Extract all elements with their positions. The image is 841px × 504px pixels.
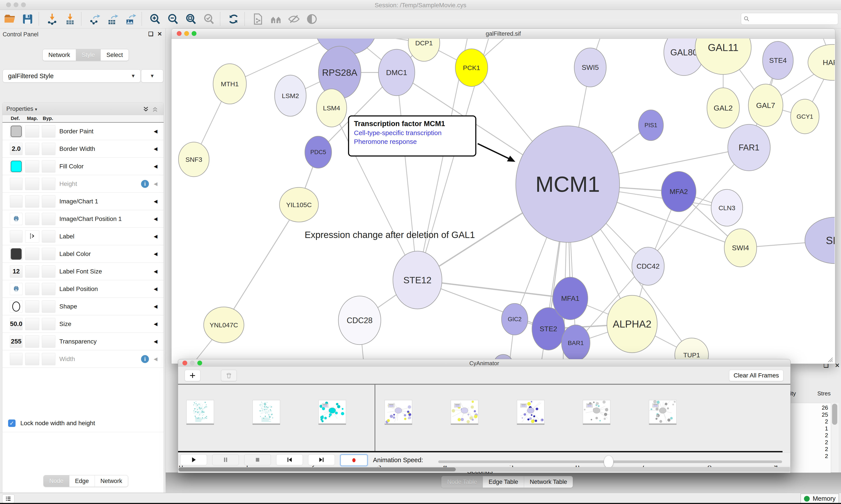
network-node-MFA2[interactable]: MFA2 [661,172,696,212]
property-c2-cell[interactable] [25,283,39,295]
float-panel-icon[interactable]: ❑ [148,31,153,37]
clear-all-frames-button[interactable]: Clear All Frames [729,370,783,381]
zoom-fit-icon[interactable] [185,13,197,25]
network-node-DCP1[interactable]: DCP1 [408,38,440,61]
resize-grip-icon[interactable] [824,354,834,363]
collapse-row-icon[interactable]: ◀ [154,164,158,169]
property-c1-cell[interactable]: 50.0 [10,318,22,330]
table-tab-node-table[interactable]: Node Table [442,476,483,488]
network-node-FAR1[interactable]: FAR1 [728,124,770,171]
timeline-scrollbar[interactable] [179,467,790,472]
annotation-link-2[interactable]: Pheromone response [354,138,475,145]
network-node-PDC5[interactable]: PDC5 [305,136,332,168]
timeline-playhead[interactable] [375,385,375,451]
go-start-button[interactable] [276,454,303,465]
export-network-icon[interactable] [88,13,101,25]
animation-speed-slider-thumb[interactable] [604,455,613,468]
timeline-frame-3[interactable] [384,400,412,424]
property-c3-cell[interactable] [42,125,55,138]
property-row-transparency[interactable]: 255Transparency◀ [2,333,164,350]
property-row-label-position[interactable]: Label Position◀ [2,280,164,298]
timeline-frame-7[interactable] [649,400,677,424]
property-row-fill-color[interactable]: Fill Color◀ [2,158,164,175]
timeline-frame-2[interactable] [319,400,346,424]
canvas-caption-text[interactable]: Expression change after deletion of GAL1 [305,230,475,240]
network-edge[interactable] [224,205,299,325]
task-history-button[interactable] [2,494,15,503]
property-row-border-width[interactable]: 2.0Border Width◀ [2,140,164,158]
style-selector[interactable]: galFiltered Style ▼ [3,69,141,83]
property-row-image-chart-position-1[interactable]: Image/Chart Position 1◀ [2,210,164,228]
property-c3-cell[interactable] [42,283,55,295]
property-c3-cell[interactable] [42,353,55,365]
property-c3-cell[interactable] [42,160,55,173]
property-c3-cell[interactable] [42,143,55,155]
property-row-border-paint[interactable]: Border Paint◀ [2,123,164,140]
timeline-frame-6[interactable] [583,400,610,424]
properties-header[interactable]: Properties ▾ [2,103,164,115]
collapse-row-icon[interactable]: ◀ [154,216,158,222]
property-c3-cell[interactable] [42,265,55,277]
lock-size-checkbox[interactable]: ✓ [8,419,16,427]
property-c2-cell[interactable] [25,125,39,138]
network-node-MFA1[interactable]: MFA1 [553,277,588,320]
search-input[interactable] [752,15,838,22]
property-c3-cell[interactable] [42,230,55,242]
play-button[interactable] [180,454,207,465]
property-c3-cell[interactable] [42,213,55,225]
collapse-row-icon[interactable]: ◀ [154,128,158,134]
property-c2-cell[interactable] [25,318,39,330]
property-c2-cell[interactable] [25,195,39,208]
network-node-GAL7[interactable]: GAL7 [748,84,783,127]
property-row-shape[interactable]: Shape◀ [2,298,164,315]
zoom-out-icon[interactable] [167,13,179,25]
network-node-SNF3[interactable]: SNF3 [179,142,209,177]
network-node-MTH1[interactable]: MTH1 [213,64,246,104]
property-row-label-color[interactable]: Label Color◀ [2,245,164,263]
property-row-width[interactable]: Widthi◀ [2,350,164,368]
stop-button[interactable] [244,454,271,465]
collapse-row-icon[interactable]: ◀ [154,199,158,204]
property-c2-cell[interactable] [25,143,39,155]
pause-button[interactable] [212,454,239,465]
collapse-row-icon[interactable]: ◀ [154,269,158,274]
property-c2-cell[interactable] [25,300,39,313]
property-c3-cell[interactable] [42,248,55,260]
tab-network[interactable]: Network [43,49,76,61]
network-node-DMC1[interactable]: DMC1 [378,49,415,96]
info-icon[interactable]: i [141,355,149,363]
property-row-image-chart-1[interactable]: Image/Chart 1◀ [2,193,164,210]
export-image-icon[interactable] [124,13,137,25]
collapse-row-icon[interactable]: ◀ [154,234,158,239]
collapse-row-icon[interactable]: ◀ [154,181,158,187]
timeline-frame-5[interactable] [517,400,544,424]
property-c1-cell[interactable] [10,213,22,225]
network-node-HAP2[interactable]: HAP2 [808,44,835,80]
network-file-icon[interactable] [252,13,264,25]
timeline-scrollbar-thumb[interactable] [179,467,456,471]
import-network-icon[interactable] [46,13,58,25]
import-table-icon[interactable] [64,13,76,25]
property-c1-cell[interactable] [10,283,22,295]
zoom-in-icon[interactable] [149,13,161,25]
tab-style[interactable]: Style [76,49,101,61]
timeline-frame-0[interactable] [186,400,214,424]
attr-tab-edge[interactable]: Edge [69,475,95,487]
property-c1-cell[interactable] [10,230,22,242]
tab-select[interactable]: Select [101,49,128,61]
network-node-YIL105C[interactable]: YIL105C [280,187,319,222]
property-c3-cell[interactable] [42,178,55,190]
property-row-size[interactable]: 50.0Size◀ [2,315,164,333]
property-c1-cell[interactable]: 255 [10,336,22,348]
search-field[interactable] [741,13,838,25]
refresh-layout-icon[interactable] [227,13,239,25]
hide-details-icon[interactable] [288,13,300,25]
property-c1-cell[interactable] [10,125,22,138]
open-session-icon[interactable] [3,13,16,25]
network-node-LSM2[interactable]: LSM2 [275,75,306,116]
lock-size-row[interactable]: ✓ Lock node width and height [2,414,164,432]
property-c1-cell[interactable] [10,300,22,313]
attr-tab-node[interactable]: Node [43,475,69,487]
property-c2-cell[interactable] [25,160,39,173]
property-c2-cell[interactable] [25,353,39,365]
